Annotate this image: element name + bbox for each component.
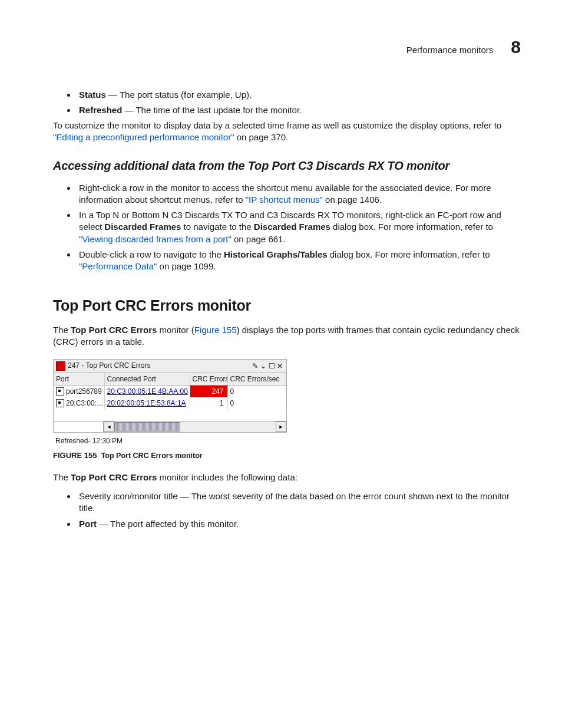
scroll-right-icon[interactable]: ► xyxy=(276,421,286,432)
list-item: Severity icon/monitor title — The worst … xyxy=(77,490,521,515)
customize-paragraph: To customize the monitor to display data… xyxy=(53,120,521,144)
list-item: Port — The port affected by this monitor… xyxy=(77,518,521,530)
wrench-icon[interactable]: ✎ xyxy=(251,362,259,370)
connected-port-link[interactable]: 20:02:00:05:1E:53:8A:1A xyxy=(107,399,186,407)
includes-paragraph: The Top Port CRC Errors monitor includes… xyxy=(53,472,521,483)
col-crc-errors-sec[interactable]: CRC Errors/sec xyxy=(227,373,286,386)
list-item: Refreshed — The time of the last update … xyxy=(77,104,521,116)
field-label: Status xyxy=(79,90,106,100)
port-icon xyxy=(56,399,64,407)
crc-errors-cell: 1 xyxy=(190,397,227,409)
monitor-title: 247 - Top Port CRC Errors xyxy=(68,361,251,370)
discarded-frames-link[interactable]: "Viewing discarded frames from a port" xyxy=(79,234,232,244)
chapter-number: 8 xyxy=(511,35,521,60)
collapse-icon[interactable]: ⌄ xyxy=(259,362,267,370)
monitor-table: Port Connected Port CRC Errors CRC Error… xyxy=(54,373,286,421)
figure-caption: FIGURE 155 Top Port CRC Errors monitor xyxy=(53,450,521,461)
crc-rate-cell: 0 xyxy=(227,397,286,409)
severity-icon xyxy=(56,361,65,371)
list-item: Status — The port status (for example, U… xyxy=(77,89,521,101)
header-section: Performance monitors xyxy=(406,44,494,56)
field-desc: — The port status (for example, Up). xyxy=(106,90,252,100)
table-header-row: Port Connected Port CRC Errors CRC Error… xyxy=(54,373,286,386)
table-row[interactable]: port256789 20:C3:00:05:1E:4B:AA:00 247 0 xyxy=(54,385,286,397)
list-item: Double-click a row to navigate to the Hi… xyxy=(77,249,521,273)
crc-errors-monitor: 247 - Top Port CRC Errors ✎ ⌄ ☐ ✕ Port C… xyxy=(53,359,287,433)
maximize-icon[interactable]: ☐ xyxy=(267,362,276,370)
section-intro: The Top Port CRC Errors monitor (Figure … xyxy=(53,324,521,348)
scroll-left-icon[interactable]: ◄ xyxy=(104,421,114,432)
performance-data-link[interactable]: "Performance Data" xyxy=(79,261,157,271)
field-label: Refreshed xyxy=(79,105,122,115)
field-desc: — The port affected by this monitor. xyxy=(97,519,239,529)
col-connected-port[interactable]: Connected Port xyxy=(104,373,190,386)
crc-errors-cell: 247 xyxy=(190,385,227,397)
monitor-titlebar: 247 - Top Port CRC Errors ✎ ⌄ ☐ ✕ xyxy=(54,360,286,373)
table-row[interactable]: 20:C3:00:… 20:02:00:05:1E:53:8A:1A 1 0 xyxy=(54,397,286,409)
close-icon[interactable]: ✕ xyxy=(276,362,284,370)
scroll-thumb[interactable] xyxy=(114,422,180,431)
subsection-heading: Accessing additional data from the Top P… xyxy=(53,158,521,174)
port-icon xyxy=(56,387,64,396)
access-bullet-list: Right-click a row in the monitor to acce… xyxy=(53,182,521,273)
editing-monitor-link[interactable]: "Editing a preconfigured performance mon… xyxy=(53,132,234,142)
col-port[interactable]: Port xyxy=(54,373,104,386)
section-heading: Top Port CRC Errors monitor xyxy=(53,296,521,316)
intro-bullet-list: Status — The port status (for example, U… xyxy=(53,89,521,117)
crc-rate-cell: 0 xyxy=(227,385,286,397)
figure-ref-link[interactable]: Figure 155 xyxy=(194,325,237,335)
field-desc: — The time of the last update for the mo… xyxy=(122,105,302,115)
ip-shortcut-link[interactable]: "IP shortcut menus" xyxy=(246,195,323,205)
list-item: In a Top N or Bottom N C3 Discards TX TO… xyxy=(77,209,521,245)
page-header: Performance monitors 8 xyxy=(35,35,527,60)
connected-port-link[interactable]: 20:C3:00:05:1E:4B:AA:00 xyxy=(107,387,188,396)
col-crc-errors[interactable]: CRC Errors xyxy=(190,373,227,386)
horizontal-scrollbar[interactable]: ◄ ► xyxy=(54,421,286,432)
data-bullet-list: Severity icon/monitor title — The worst … xyxy=(53,490,521,530)
list-item: Right-click a row in the monitor to acce… xyxy=(77,182,521,206)
field-label: Port xyxy=(79,519,97,529)
refreshed-label: Refreshed- 12:30 PM xyxy=(53,435,521,447)
